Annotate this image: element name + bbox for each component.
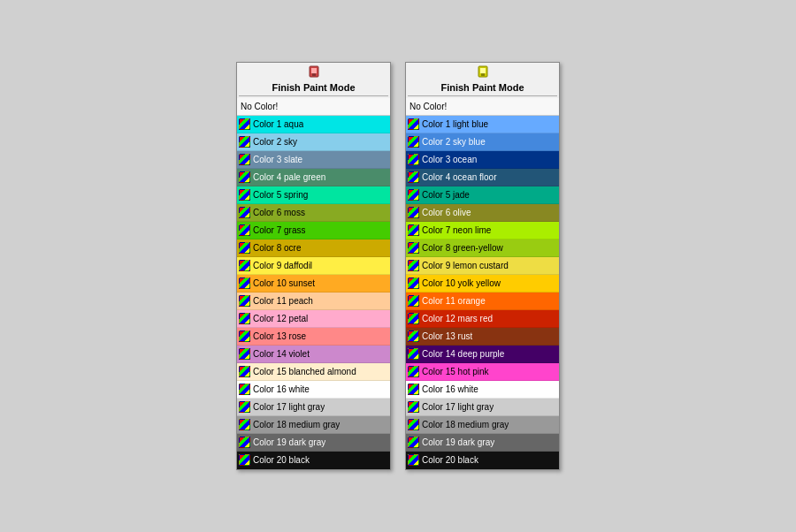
row-icon (239, 313, 250, 324)
color-label: Color 20 black (253, 455, 310, 465)
row-icon (408, 277, 419, 289)
color-row[interactable]: Color 11 orange (406, 293, 559, 310)
color-row[interactable]: Color 3 ocean (406, 151, 559, 169)
no-color-left-label: No Color! (241, 102, 278, 111)
color-label: Color 1 light blue (422, 119, 488, 129)
svg-rect-5 (481, 73, 485, 76)
row-icon (239, 331, 250, 342)
row-icon (239, 454, 250, 466)
color-row[interactable]: Color 16 white (237, 381, 390, 399)
color-row[interactable]: Color 14 deep purple (406, 346, 559, 363)
color-label: Color 8 green-yellow (422, 243, 503, 253)
color-row[interactable]: Color 8 green-yellow (406, 239, 559, 257)
row-icon (408, 401, 419, 413)
row-icon (408, 207, 419, 218)
color-label: Color 16 white (422, 384, 478, 394)
color-row[interactable]: Color 10 yolk yellow (406, 275, 559, 293)
color-row[interactable]: Color 11 peach (237, 293, 390, 310)
color-label: Color 3 ocean (422, 155, 477, 164)
color-row[interactable]: Color 2 sky blue (406, 133, 559, 151)
color-row[interactable]: Color 18 medium gray (406, 416, 559, 434)
panel-right-title: Finish Paint Mode (408, 80, 557, 96)
color-row[interactable]: Color 7 grass (237, 222, 390, 239)
color-label: Color 3 slate (253, 155, 302, 164)
color-label: Color 7 grass (253, 225, 305, 235)
color-row[interactable]: Color 18 medium gray (237, 416, 390, 434)
color-label: Color 19 dark gray (422, 437, 494, 447)
color-label: Color 6 olive (422, 208, 471, 217)
row-icon (408, 118, 419, 130)
color-label: Color 18 medium gray (422, 420, 509, 429)
row-icon (239, 154, 250, 165)
row-icon (408, 242, 419, 254)
color-row[interactable]: Color 20 black (237, 452, 390, 469)
color-row[interactable]: Color 7 neon lime (406, 222, 559, 239)
color-label: Color 7 neon lime (422, 225, 491, 235)
row-icon (239, 136, 250, 148)
panel-left-rows: Color 1 aquaColor 2 skyColor 3 slateColo… (237, 116, 390, 469)
row-icon (408, 189, 419, 201)
color-row[interactable]: Color 4 pale green (237, 169, 390, 186)
row-icon (408, 437, 419, 448)
color-label: Color 20 black (422, 455, 478, 465)
color-row[interactable]: Color 20 black (406, 452, 559, 469)
panels-container: Finish Paint Mode No Color! Color 1 aqua… (236, 62, 560, 470)
color-row[interactable]: Color 13 rose (237, 328, 390, 346)
no-color-right[interactable]: No Color! (406, 98, 559, 116)
color-row[interactable]: Color 19 dark gray (237, 434, 390, 452)
color-row[interactable]: Color 3 slate (237, 151, 390, 169)
color-row[interactable]: Color 5 spring (237, 186, 390, 204)
color-row[interactable]: Color 5 jade (406, 186, 559, 204)
color-row[interactable]: Color 6 olive (406, 204, 559, 222)
color-row[interactable]: Color 9 lemon custard (406, 257, 559, 275)
svg-rect-2 (312, 73, 316, 76)
color-row[interactable]: Color 1 light blue (406, 116, 559, 133)
panel-left-header: Finish Paint Mode (237, 63, 390, 98)
color-label: Color 5 spring (253, 190, 308, 200)
color-row[interactable]: Color 2 sky (237, 133, 390, 151)
panel-left-title: Finish Paint Mode (239, 80, 388, 96)
row-icon (408, 419, 419, 430)
color-row[interactable]: Color 12 petal (237, 310, 390, 328)
row-icon (408, 384, 419, 395)
svg-rect-1 (311, 68, 317, 73)
color-label: Color 19 dark gray (253, 437, 325, 447)
color-label: Color 9 lemon custard (422, 261, 509, 270)
color-row[interactable]: Color 19 dark gray (406, 434, 559, 452)
row-icon (239, 437, 250, 448)
color-row[interactable]: Color 17 light gray (237, 399, 390, 416)
color-row[interactable]: Color 14 violet (237, 346, 390, 363)
row-icon (408, 154, 419, 165)
color-row[interactable]: Color 1 aqua (237, 116, 390, 133)
no-color-left[interactable]: No Color! (237, 98, 390, 116)
color-row[interactable]: Color 8 ocre (237, 239, 390, 257)
color-row[interactable]: Color 12 mars red (406, 310, 559, 328)
paint-icon-left (307, 65, 321, 79)
color-label: Color 4 ocean floor (422, 172, 497, 182)
color-row[interactable]: Color 4 ocean floor (406, 169, 559, 186)
color-label: Color 17 light gray (422, 402, 494, 412)
color-label: Color 11 peach (253, 296, 313, 306)
color-row[interactable]: Color 13 rust (406, 328, 559, 346)
row-icon (408, 295, 419, 307)
row-icon (239, 401, 250, 413)
color-row[interactable]: Color 10 sunset (237, 275, 390, 293)
color-row[interactable]: Color 15 blanched almond (237, 363, 390, 381)
row-icon (408, 313, 419, 324)
row-icon (239, 224, 250, 236)
row-icon (408, 366, 419, 377)
color-row[interactable]: Color 6 moss (237, 204, 390, 222)
color-label: Color 11 orange (422, 296, 486, 306)
color-row[interactable]: Color 16 white (406, 381, 559, 399)
color-label: Color 5 jade (422, 190, 470, 200)
row-icon (408, 331, 419, 342)
color-label: Color 2 sky blue (422, 137, 486, 147)
color-label: Color 6 moss (253, 208, 305, 217)
color-row[interactable]: Color 9 daffodil (237, 257, 390, 275)
color-row[interactable]: Color 17 light gray (406, 399, 559, 416)
color-label: Color 15 blanched almond (253, 367, 356, 376)
row-icon (408, 348, 419, 360)
row-icon (239, 366, 250, 377)
row-icon (408, 224, 419, 236)
color-row[interactable]: Color 15 hot pink (406, 363, 559, 381)
